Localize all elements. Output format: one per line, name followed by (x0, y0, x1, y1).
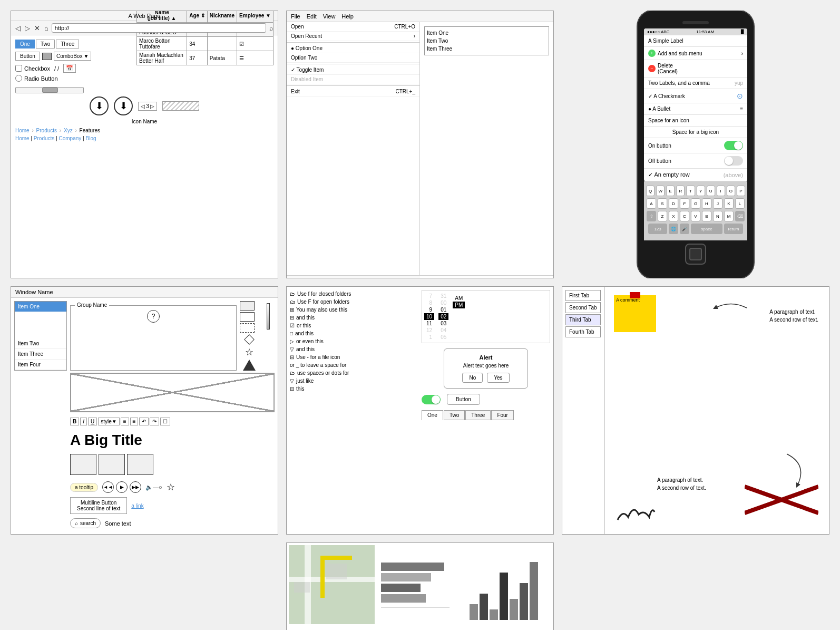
list-btn-1[interactable]: ≡ (121, 418, 129, 425)
link-company[interactable]: Company (59, 135, 82, 141)
fourth-tab[interactable]: Fourth Tab (565, 326, 601, 337)
on-toggle[interactable] (724, 141, 743, 150)
play-button-main[interactable]: ▶ (116, 481, 128, 493)
key-q[interactable]: Q (646, 186, 655, 196)
menu-open-recent[interactable]: Open Recent (287, 32, 419, 41)
key-g[interactable]: G (691, 198, 700, 209)
key-y[interactable]: Y (697, 186, 705, 196)
calendar-icon[interactable]: 📅 (63, 64, 76, 73)
fastforward-button[interactable]: ▶▶ (130, 481, 141, 493)
close-button[interactable]: ✕ (33, 24, 41, 32)
button-control[interactable]: Button (15, 52, 40, 61)
phone-add-menu[interactable]: + Add and sub-menu › (644, 47, 747, 60)
menu-edit[interactable]: Edit (307, 13, 317, 20)
list-btn-2[interactable]: ≡ (130, 418, 139, 425)
radio-input[interactable] (15, 75, 22, 82)
menu-open[interactable]: OpenCTRL+O (287, 22, 419, 32)
first-tab[interactable]: First Tab (565, 290, 601, 301)
menu-help[interactable]: Help (341, 13, 354, 20)
key-v[interactable]: V (691, 211, 700, 221)
list-item-three[interactable]: Item Three (15, 349, 66, 360)
key-123[interactable]: 123 (648, 224, 667, 234)
alert-no-button[interactable]: No (462, 373, 483, 383)
back-button[interactable]: ◁ (14, 24, 22, 32)
underline-btn[interactable]: U (88, 418, 97, 425)
right-item-two[interactable]: Item Two (427, 37, 546, 45)
key-a[interactable]: A (647, 198, 656, 209)
breadcrumb-home[interactable]: Home (15, 128, 30, 133)
phone-two-labels[interactable]: Two Labels, and a comma yup (644, 77, 747, 89)
key-h[interactable]: H (702, 198, 711, 209)
time-selected-ampm[interactable]: PM (453, 302, 465, 308)
phone-bullet[interactable]: ● A Bullet ≡ (644, 103, 747, 115)
link-home[interactable]: Home (15, 135, 30, 141)
volume-control[interactable]: 🔈—○ (145, 484, 162, 491)
key-return[interactable]: return (724, 224, 743, 234)
key-space[interactable]: space (691, 224, 722, 234)
breadcrumb-products[interactable]: Products (36, 128, 57, 133)
breadcrumb-xyz[interactable]: Xyz (64, 128, 73, 133)
scrollbar-track[interactable] (15, 87, 84, 93)
forward-button[interactable]: ▷ (24, 24, 31, 32)
home-button[interactable]: ⌂ (43, 24, 50, 32)
alert-yes-button[interactable]: Yes (487, 373, 509, 383)
checkbox-input[interactable] (15, 65, 22, 72)
key-f[interactable]: F (680, 198, 689, 209)
key-r[interactable]: R (676, 186, 685, 196)
bold-btn[interactable]: B (70, 418, 79, 425)
scrollbar-thumb[interactable] (42, 88, 58, 93)
key-u[interactable]: U (707, 186, 715, 196)
key-backspace[interactable]: ⌫ (735, 211, 745, 221)
phone-delete-menu[interactable]: − Delete(Cancel) (644, 60, 747, 77)
tab-two[interactable]: Two (36, 40, 55, 49)
second-tab[interactable]: Second Tab (565, 302, 601, 313)
tab-four-item[interactable]: Four (491, 410, 514, 420)
key-l[interactable]: L (735, 198, 745, 209)
text-input-1[interactable] (422, 278, 551, 278)
rewind-button[interactable]: ◄◄ (102, 481, 114, 493)
key-b[interactable]: B (702, 211, 711, 221)
stepper-decrement[interactable]: ◁ (141, 103, 145, 109)
url-input[interactable] (52, 23, 266, 33)
key-d[interactable]: D (669, 198, 678, 209)
key-t[interactable]: T (686, 186, 695, 196)
list-item-two[interactable]: Item Two (15, 338, 66, 349)
menu-file[interactable]: File (291, 13, 300, 20)
image-btn[interactable]: ☐ (160, 418, 170, 425)
link-blog[interactable]: Blog (85, 135, 96, 141)
tab-three[interactable]: Three (56, 40, 79, 49)
menu-exit[interactable]: ExitCTRL+_ (287, 87, 419, 96)
list-item-one[interactable]: Item One (15, 302, 66, 312)
multiline-button[interactable]: Multiline Button Second line of text (70, 497, 127, 514)
italic-btn[interactable]: I (80, 418, 87, 425)
key-k[interactable]: K (724, 198, 734, 209)
date-input[interactable]: / / (54, 65, 59, 72)
menu-option-one[interactable]: ● Option One (287, 44, 419, 53)
key-w[interactable]: W (656, 186, 665, 196)
slider-vertical[interactable] (267, 303, 270, 329)
a-link[interactable]: a link (131, 503, 143, 509)
phone-checkmark[interactable]: ✓ A Checkmark ⊙ (644, 89, 747, 103)
phone-empty-row[interactable]: ✓ An empty row (above) (644, 169, 747, 181)
third-tab[interactable]: Third Tab (565, 314, 601, 325)
list-item-four[interactable]: Item Four (15, 360, 66, 370)
tab-three-item[interactable]: Three (465, 410, 491, 420)
stepper-increment[interactable]: ▷ (150, 103, 154, 109)
off-toggle[interactable] (724, 156, 743, 166)
key-z[interactable]: Z (658, 211, 667, 221)
key-n[interactable]: N (713, 211, 722, 221)
menu-view[interactable]: View (323, 13, 336, 20)
menu-option-two[interactable]: Option Two (287, 53, 419, 63)
key-m[interactable]: M (724, 211, 734, 221)
combo-box[interactable]: ComboBox ▼ (54, 52, 91, 61)
key-j[interactable]: J (713, 198, 722, 209)
search-button[interactable]: ⌕ (268, 24, 275, 32)
tab-one[interactable]: One (15, 40, 35, 49)
tab-one-item[interactable]: One (422, 410, 443, 420)
key-shift[interactable]: ⇧ (647, 211, 656, 221)
key-mic[interactable]: 🎤 (680, 224, 689, 234)
key-s[interactable]: S (658, 198, 667, 209)
regular-button[interactable]: Button (447, 394, 480, 405)
key-e[interactable]: E (666, 186, 675, 196)
key-c[interactable]: C (680, 211, 689, 221)
